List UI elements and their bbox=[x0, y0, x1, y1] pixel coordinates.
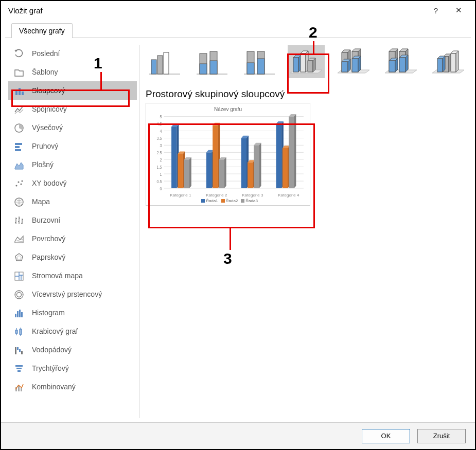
svg-rect-129 bbox=[219, 159, 224, 188]
templates-icon bbox=[13, 66, 25, 78]
svg-rect-126 bbox=[213, 125, 218, 188]
category-label: Histogram bbox=[32, 309, 65, 317]
category-label: Spojnicový bbox=[32, 105, 67, 113]
category-surface[interactable]: Povrchový bbox=[8, 229, 137, 248]
svg-rect-53 bbox=[308, 61, 313, 72]
sunburst-icon bbox=[13, 289, 25, 300]
map-icon bbox=[13, 196, 25, 207]
category-templates[interactable]: Šablony bbox=[8, 63, 137, 81]
svg-rect-138 bbox=[254, 145, 259, 188]
svg-text:2: 2 bbox=[160, 157, 162, 163]
svg-rect-144 bbox=[283, 148, 288, 188]
category-funnel[interactable]: Trychtýřový bbox=[8, 359, 137, 377]
category-treemap[interactable]: Stromová mapa bbox=[8, 266, 137, 285]
category-bar[interactable]: Pruhový bbox=[8, 137, 137, 155]
category-map[interactable]: Mapa bbox=[8, 192, 137, 211]
category-recent[interactable]: Poslední bbox=[8, 44, 137, 63]
svg-rect-1 bbox=[19, 88, 21, 95]
svg-point-10 bbox=[21, 180, 23, 182]
cancel-button[interactable]: Zrušit bbox=[417, 429, 466, 443]
svg-rect-50 bbox=[301, 53, 306, 72]
window-title: Vložit graf bbox=[8, 6, 425, 15]
svg-rect-18 bbox=[17, 311, 19, 317]
svg-rect-66 bbox=[352, 59, 358, 72]
category-label: Stromová mapa bbox=[32, 272, 83, 280]
subtype-2[interactable] bbox=[240, 45, 277, 78]
category-label: Mapa bbox=[32, 197, 50, 206]
svg-marker-54 bbox=[313, 58, 315, 72]
category-combo[interactable]: Kombinovaný bbox=[8, 377, 137, 396]
svg-rect-6 bbox=[15, 149, 21, 151]
combo-icon bbox=[13, 381, 25, 392]
close-button[interactable]: ✕ bbox=[447, 1, 470, 20]
svg-rect-20 bbox=[21, 312, 23, 317]
svg-rect-39 bbox=[210, 61, 217, 74]
svg-rect-44 bbox=[257, 59, 265, 74]
category-label: Šablony bbox=[32, 68, 58, 76]
category-label: Burzovní bbox=[32, 216, 60, 224]
subtype-3[interactable] bbox=[288, 45, 325, 78]
svg-marker-90 bbox=[456, 51, 459, 72]
category-radar[interactable]: Paprskový bbox=[8, 248, 137, 266]
svg-point-9 bbox=[20, 183, 22, 185]
svg-rect-120 bbox=[184, 159, 189, 188]
subtype-5[interactable] bbox=[382, 45, 419, 78]
chart-preview[interactable]: Název grafu 00.511.522.533.544.55 Katego… bbox=[146, 103, 310, 206]
category-label: Krabicový graf bbox=[32, 327, 78, 335]
category-sunburst[interactable]: Vícevrstvý prstencový bbox=[8, 285, 137, 303]
category-waterfall[interactable]: Vodopádový bbox=[8, 340, 137, 359]
category-label: Výsečový bbox=[32, 123, 63, 132]
category-boxwhisker[interactable]: Krabicový graf bbox=[8, 322, 137, 340]
subtype-6[interactable] bbox=[430, 45, 467, 78]
category-area[interactable]: Plošný bbox=[8, 155, 137, 174]
svg-rect-19 bbox=[19, 310, 21, 317]
bar-icon bbox=[13, 140, 25, 152]
svg-rect-32 bbox=[151, 60, 156, 74]
subtype-title: Prostorový skupinový sloupcový bbox=[146, 86, 468, 103]
svg-rect-114 bbox=[171, 127, 177, 188]
svg-rect-26 bbox=[16, 368, 22, 369]
svg-marker-139 bbox=[259, 143, 261, 188]
tabstrip: Všechny grafy bbox=[5, 22, 471, 38]
svg-rect-30 bbox=[21, 388, 22, 391]
category-histogram[interactable]: Histogram bbox=[8, 303, 137, 322]
svg-marker-87 bbox=[443, 56, 445, 72]
svg-marker-130 bbox=[224, 157, 226, 188]
category-sidebar: PosledníŠablonySloupcovýSpojnicovýVýsečo… bbox=[8, 43, 137, 420]
category-pie[interactable]: Výsečový bbox=[8, 118, 137, 137]
svg-rect-34 bbox=[164, 52, 169, 74]
help-button[interactable]: ? bbox=[425, 1, 447, 20]
category-label: Poslední bbox=[32, 49, 60, 58]
category-line[interactable]: Spojnicový bbox=[8, 100, 137, 118]
svg-marker-121 bbox=[189, 157, 191, 188]
category-stock[interactable]: Burzovní bbox=[8, 211, 137, 229]
svg-rect-23 bbox=[19, 349, 21, 352]
category-label: Vícevrstvý prstencový bbox=[32, 290, 102, 298]
histogram-icon bbox=[13, 307, 25, 318]
svg-rect-4 bbox=[15, 143, 22, 145]
svg-rect-89 bbox=[451, 53, 456, 72]
subtype-4[interactable] bbox=[335, 45, 372, 78]
svg-rect-60 bbox=[342, 62, 348, 72]
category-label: Paprskový bbox=[32, 253, 65, 261]
tab-all-charts[interactable]: Všechny grafy bbox=[11, 23, 73, 38]
svg-text:5: 5 bbox=[160, 115, 162, 120]
svg-rect-21 bbox=[15, 347, 16, 354]
svg-text:0.5: 0.5 bbox=[157, 179, 162, 184]
svg-marker-13 bbox=[17, 256, 21, 260]
category-label: Trychtýřový bbox=[32, 364, 69, 372]
svg-text:3.5: 3.5 bbox=[157, 136, 162, 141]
preview-category-labels: Kategorie 1Kategorie 2Kategorie 3Kategor… bbox=[149, 193, 307, 197]
area-icon bbox=[13, 159, 25, 170]
ok-button[interactable]: OK bbox=[362, 429, 410, 443]
surface-icon bbox=[13, 233, 25, 244]
boxwhisker-icon bbox=[13, 326, 25, 337]
category-xy[interactable]: XY bodový bbox=[8, 174, 137, 192]
svg-rect-135 bbox=[248, 163, 253, 188]
subtype-0[interactable] bbox=[146, 45, 183, 78]
svg-rect-17 bbox=[15, 314, 16, 317]
category-column[interactable]: Sloupcový bbox=[8, 81, 137, 100]
subtype-1[interactable] bbox=[193, 45, 230, 78]
preview-title: Název grafu bbox=[149, 106, 307, 112]
preview-legend: Řada1Řada2Řada3 bbox=[149, 199, 307, 203]
